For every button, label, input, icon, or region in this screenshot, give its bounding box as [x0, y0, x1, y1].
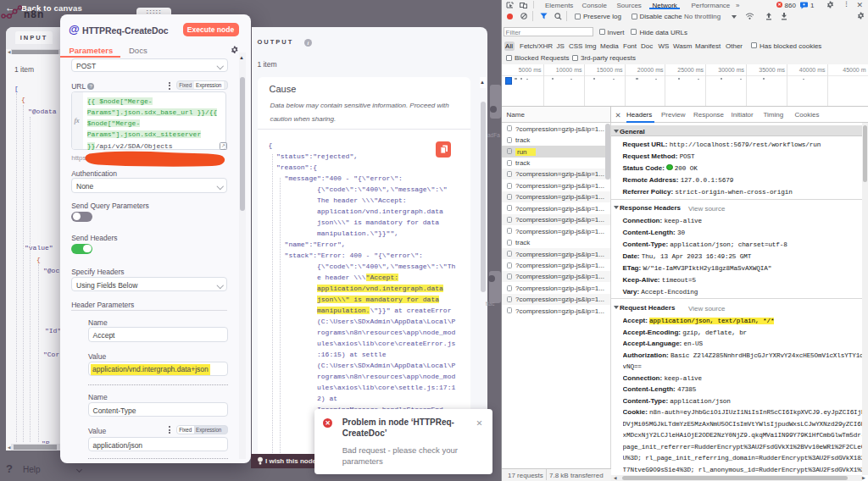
svg-text:n8n: n8n [24, 8, 44, 20]
